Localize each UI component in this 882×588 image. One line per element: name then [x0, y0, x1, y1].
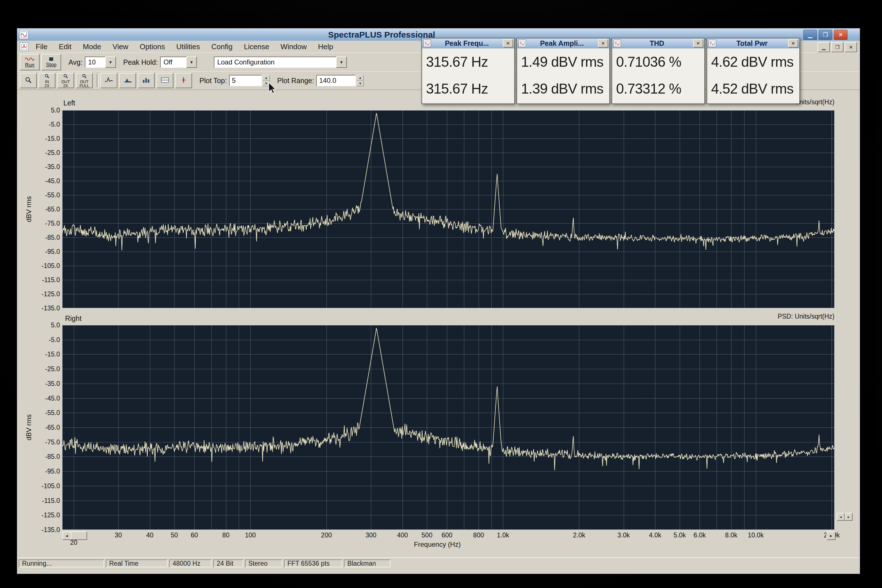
y-tick-label: -25.0	[27, 365, 60, 373]
x-tick-label: 100	[245, 531, 256, 539]
close-icon[interactable]: ✕	[788, 39, 798, 48]
meter-value-left: 0.71036 %	[612, 48, 704, 75]
y-axis-title: dBV rms	[25, 414, 33, 440]
x-tick-label: 30	[114, 531, 122, 539]
meter-value-right: 0.73312 %	[612, 75, 704, 102]
meter-app-icon	[424, 40, 431, 47]
status-bar: Running...Real Time48000 Hz24 BitStereoF…	[17, 558, 860, 569]
y-tick-label: -115.0	[27, 497, 60, 505]
x-tick-label: 4.0k	[649, 531, 661, 539]
x-tick-label: 400	[397, 531, 408, 539]
y-tick-label: -45.0	[27, 177, 60, 185]
meter-titlebar[interactable]: Peak Frequ...✕	[422, 39, 514, 48]
meter-value-right: 4.52 dBV rms	[707, 75, 799, 102]
y-tick-label: -135.0	[27, 304, 60, 312]
spectrum-plot-right[interactable]	[62, 325, 834, 530]
y-tick-label: -105.0	[27, 262, 60, 270]
y-tick-label: -95.0	[27, 248, 60, 255]
psd-units-label-top: Units/sqrt(Hz)	[795, 98, 834, 106]
y-tick-label: -5.0	[27, 336, 60, 344]
meter-titlebar[interactable]: Total Pwr✕	[707, 39, 799, 48]
y-tick-label: -15.0	[27, 135, 60, 142]
mouse-cursor	[268, 82, 276, 96]
y-tick-label: -105.0	[27, 482, 60, 490]
close-icon[interactable]: ✕	[598, 39, 608, 48]
x-tick-label: 80	[222, 531, 230, 539]
plot-pan-left-button[interactable]: ◂	[837, 513, 844, 521]
y-tick-label: -125.0	[27, 290, 60, 298]
y-tick-label: -135.0	[27, 526, 60, 534]
x-tick-label: 200	[321, 531, 332, 539]
y-tick-label: -45.0	[27, 394, 60, 402]
plot-pan-right-button[interactable]: ▸	[844, 513, 853, 521]
y-tick-label: 5.0	[27, 321, 60, 329]
close-icon[interactable]: ✕	[693, 39, 703, 48]
meter-window-total-pwr[interactable]: Total Pwr✕4.62 dBV rms4.52 dBV rms	[707, 38, 800, 104]
meter-value-left: 4.62 dBV rms	[707, 48, 799, 75]
x-tick-label: 800	[473, 531, 484, 539]
x-tick-label: 50	[171, 531, 178, 539]
x-tick-label: 1.0k	[497, 531, 509, 539]
meter-value-right: 1.39 dBV rms	[517, 75, 609, 102]
status-running: Running...	[19, 560, 104, 567]
y-tick-label: -95.0	[27, 468, 60, 475]
meter-app-icon	[518, 40, 526, 47]
y-tick-label: -85.0	[27, 453, 60, 460]
hscroll-left-arrow[interactable]: ◄	[62, 531, 71, 540]
spectrum-plot-left[interactable]	[62, 110, 834, 308]
meter-titlebar[interactable]: THD✕	[612, 39, 704, 48]
meter-app-icon	[709, 40, 716, 47]
status-samplerate: 48000 Hz	[169, 560, 212, 567]
y-tick-label: -35.0	[27, 380, 60, 388]
meter-value-left: 315.67 Hz	[422, 48, 514, 75]
meter-window-thd[interactable]: THD✕0.71036 %0.73312 %	[612, 38, 705, 104]
status-window: Blackman	[344, 560, 391, 567]
x-tick-label: 60	[191, 531, 198, 539]
x-tick-label: 5.0k	[673, 531, 686, 539]
x-tick-label: 8.0k	[725, 531, 737, 539]
plot-region: Left Units/sqrt(Hz) PSD: Units/sqrt(Hz) …	[17, 28, 860, 574]
x-tick-label: 10.0k	[748, 531, 763, 539]
meter-app-icon	[613, 40, 621, 47]
meter-window-peak-frequ-[interactable]: Peak Frequ...✕315.67 Hz315.67 Hz	[421, 38, 515, 104]
left-channel-label: Left	[63, 99, 75, 107]
status-mode: Real Time	[106, 560, 167, 567]
psd-units-label-mid: PSD: Units/sqrt(Hz)	[778, 313, 834, 320]
hscroll-thumb[interactable]	[71, 531, 87, 540]
y-tick-label: 5.0	[27, 106, 60, 114]
status-bits: 24 Bit	[213, 560, 243, 567]
x-tick-label: 6.0k	[694, 531, 706, 539]
right-channel-label: Right	[65, 314, 81, 322]
y-tick-label: -125.0	[27, 512, 60, 519]
status-channels: Stereo	[245, 560, 282, 567]
monitor-bezel: SpectraPLUS Professional ▁ ❐ ✕ FileEditM…	[0, 0, 882, 588]
meter-title-text: Peak Ampli...	[526, 39, 598, 48]
x-tick-label: 2.0k	[573, 531, 585, 539]
x-tick-label: 3.0k	[618, 531, 630, 539]
x-tick-label: 40	[146, 531, 153, 539]
meter-window-peak-ampli-[interactable]: Peak Ampli...✕1.49 dBV rms1.39 dBV rms	[517, 38, 610, 104]
status-fft: FFT 65536 pts	[284, 560, 342, 567]
y-tick-label: -5.0	[27, 121, 60, 128]
meter-title-text: THD	[621, 39, 693, 48]
x-tick-label: 600	[442, 531, 452, 539]
x-axis-title: Frequency (Hz)	[414, 540, 461, 548]
meter-value-right: 315.67 Hz	[422, 75, 514, 102]
app-window: SpectraPLUS Professional ▁ ❐ ✕ FileEditM…	[17, 28, 860, 574]
y-tick-label: -15.0	[27, 351, 60, 358]
y-tick-label: -85.0	[27, 234, 60, 242]
y-tick-label: -35.0	[27, 163, 60, 171]
x-tick-label: 500	[421, 531, 432, 539]
meter-title-text: Total Pwr	[716, 39, 788, 48]
close-icon[interactable]: ✕	[503, 39, 513, 48]
x-tick-label: 300	[365, 531, 376, 539]
y-tick-label: -25.0	[27, 149, 60, 157]
meter-titlebar[interactable]: Peak Ampli...✕	[517, 39, 609, 48]
hscroll-right-arrow[interactable]: ►	[826, 531, 835, 540]
y-tick-label: -115.0	[27, 276, 60, 284]
meter-title-text: Peak Frequ...	[431, 39, 503, 48]
meter-value-left: 1.49 dBV rms	[517, 48, 609, 75]
x-tick-label: 20	[70, 539, 78, 546]
y-axis-title: dBV rms	[25, 196, 33, 222]
